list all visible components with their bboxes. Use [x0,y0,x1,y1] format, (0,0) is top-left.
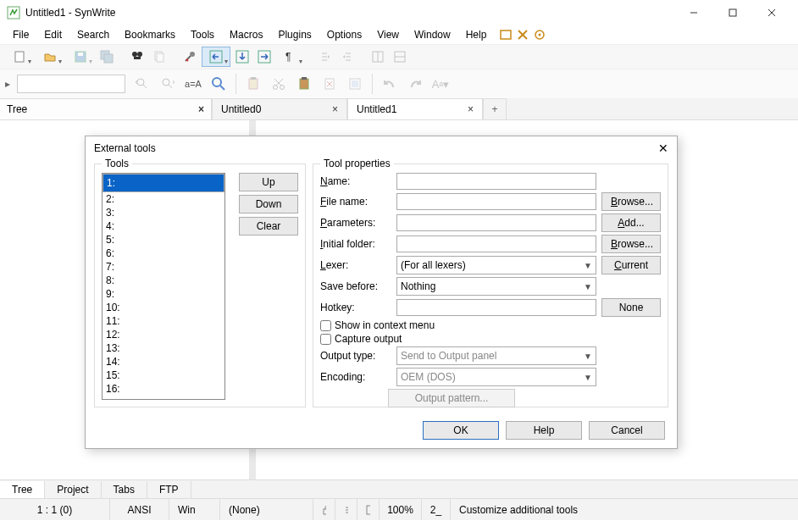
menu-view[interactable]: View [369,26,407,43]
tools-item-13[interactable]: 13: [103,341,224,355]
minimize-button[interactable] [674,0,713,25]
export-down-button[interactable] [232,47,252,67]
dialog-close-button[interactable]: ✕ [658,141,668,155]
doc-tab-0[interactable]: Untitled0 × [212,98,347,119]
tools-item-5[interactable]: 5: [103,233,224,247]
cut-button[interactable] [267,72,291,96]
status-lexer[interactable]: (None) [220,499,313,520]
browse-file-button[interactable]: Browse... [601,192,661,211]
status-eol[interactable]: Win [169,499,220,520]
capture-output-checkbox[interactable] [320,334,331,345]
help-button[interactable]: Help [506,421,582,440]
hotkey-none-button[interactable]: None [601,298,661,317]
tools-item-8[interactable]: 8: [103,274,224,287]
save-button[interactable] [66,47,95,67]
add-tab-button[interactable]: + [483,98,507,119]
save-all-button[interactable] [97,47,117,67]
tools-list[interactable]: 1: 2: 3: 4: 5: 6: 7: 8: 9: 10: 11: 12: 1… [102,173,225,400]
status-encoding[interactable]: ANSI [110,499,169,520]
tools-config-button[interactable] [180,47,200,67]
status-zoom[interactable]: 100% [380,499,422,520]
tools-item-16[interactable]: 16: [103,382,224,396]
unindent-button[interactable] [315,47,335,67]
tools-item-15[interactable]: 15: [103,369,224,382]
lexer-select[interactable]: (For all lexers)▼ [396,256,596,274]
layout2-button[interactable] [390,47,410,67]
menu-file[interactable]: File [5,26,36,43]
menu-plugins[interactable]: Plugins [270,26,319,43]
btab-tabs[interactable]: Tabs [102,481,147,498]
tools-item-2[interactable]: 2: [103,192,224,206]
close-icon[interactable]: × [332,103,338,115]
menu-search[interactable]: Search [69,26,117,43]
initfolder-input[interactable] [396,236,596,252]
menu-window[interactable]: Window [407,26,458,43]
copy-button[interactable] [149,47,169,67]
tools-item-12[interactable]: 12: [103,328,224,341]
maximize-button[interactable] [713,0,752,25]
filename-input[interactable] [396,193,596,210]
menu-edit[interactable]: Edit [36,26,69,43]
undo-button[interactable] [378,72,402,96]
tools-item-6[interactable]: 6: [103,247,224,260]
clipboard-button[interactable] [292,72,316,96]
panel-tab-tree[interactable]: Tree × [0,98,212,119]
close-icon[interactable]: × [198,103,204,115]
btab-tree[interactable]: Tree [0,481,45,498]
savebefore-select[interactable]: Nothing▼ [396,277,596,296]
tools-gear-icon[interactable] [533,28,546,42]
menu-help[interactable]: Help [458,26,495,43]
find-dialog-button[interactable] [207,72,230,96]
tools-item-4[interactable]: 4: [103,219,224,233]
find-prev-button[interactable] [130,72,154,96]
ok-button[interactable]: OK [423,421,499,440]
down-button[interactable]: Down [239,195,298,213]
find-next-button[interactable] [156,72,180,96]
browse-folder-button[interactable]: Browse... [601,235,661,253]
tools-item-1[interactable]: 1: [103,174,224,192]
add-param-button[interactable]: Add... [601,213,661,232]
btab-ftp[interactable]: FTP [147,481,191,498]
menu-tools[interactable]: Tools [183,26,222,43]
status-tabwidth[interactable]: 2_ [422,499,451,520]
tools-item-14[interactable]: 14: [103,355,224,369]
case-toggle-button[interactable]: a=A [181,72,205,96]
btab-project[interactable]: Project [45,481,101,498]
tools-item-9[interactable]: 9: [103,287,224,301]
doc-tab-1[interactable]: Untitled1 × [347,98,483,119]
close-icon[interactable]: × [468,103,474,115]
clear-button[interactable]: Clear [239,217,298,236]
menu-bookmarks[interactable]: Bookmarks [117,26,183,43]
status-selmode-icon[interactable] [357,499,380,520]
new-file-button[interactable] [5,47,34,67]
show-symbols-button[interactable]: ¶ [276,47,305,67]
tools-item-10[interactable]: 10: [103,301,224,314]
redo-button[interactable] [403,72,427,96]
close-button[interactable] [752,0,791,25]
up-button[interactable]: Up [239,173,298,191]
tools-item-3[interactable]: 3: [103,206,224,219]
delete-button[interactable] [318,72,341,96]
fullscreen-icon[interactable] [499,28,513,42]
quick-search-input[interactable] [17,75,125,93]
paste-button[interactable] [241,72,265,96]
font-size-button[interactable]: Aa▾ [429,72,452,96]
tools-item-11[interactable]: 11: [103,314,224,328]
indent-button[interactable] [337,47,357,67]
select-all-button[interactable] [343,72,367,96]
show-context-checkbox[interactable] [320,320,331,331]
close-doc-icon[interactable] [516,28,529,42]
status-wrap-icon[interactable] [335,499,357,520]
open-file-button[interactable] [36,47,64,67]
layout1-button[interactable] [368,47,388,67]
params-input[interactable] [396,214,596,231]
wrap-left-button[interactable] [202,47,230,67]
current-lexer-button[interactable]: Current [601,256,661,274]
menu-options[interactable]: Options [319,26,369,43]
hotkey-input[interactable] [396,299,596,316]
menu-macros[interactable]: Macros [222,26,270,43]
export-right-button[interactable] [254,47,274,67]
cancel-button[interactable]: Cancel [589,421,665,440]
name-input[interactable] [396,173,596,190]
find-button[interactable] [127,47,147,67]
